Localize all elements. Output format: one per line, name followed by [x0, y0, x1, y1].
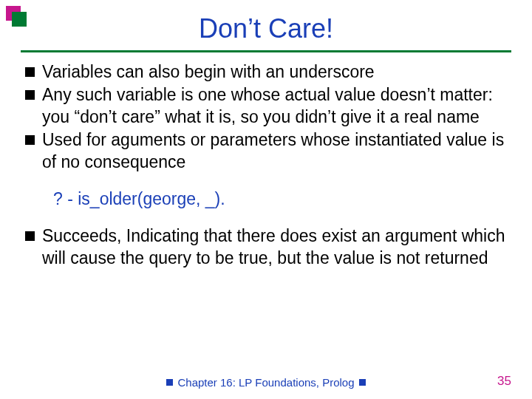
- title-rule: [21, 50, 511, 52]
- square-bullet-icon: [25, 231, 35, 241]
- slide-content: Variables can also begin with an undersc…: [21, 61, 511, 269]
- bullet-text: Any such variable is one whose actual va…: [42, 84, 507, 128]
- footer-text: Chapter 16: LP Foundations, Prolog: [177, 376, 354, 389]
- slide-title: Don’t Care!: [21, 13, 511, 44]
- square-bullet-icon: [25, 135, 35, 145]
- square-bullet-icon: [359, 379, 366, 386]
- square-bullet-icon: [166, 379, 173, 386]
- page-number: 35: [497, 374, 511, 389]
- bullet-item: Succeeds, Indicating that there does exi…: [25, 225, 507, 269]
- bullet-item: Used for aguments or parameters whose in…: [25, 129, 507, 173]
- square-bullet-icon: [25, 90, 35, 100]
- bullet-text: Variables can also begin with an undersc…: [42, 61, 375, 83]
- code-example: ? - is_older(george, _).: [53, 189, 507, 209]
- bullet-item: Any such variable is one whose actual va…: [25, 84, 507, 128]
- square-bullet-icon: [25, 67, 35, 77]
- bullet-item: Variables can also begin with an undersc…: [25, 61, 507, 83]
- slide: Don’t Care! Variables can also begin wit…: [0, 0, 532, 399]
- footer: Chapter 16: LP Foundations, Prolog: [0, 376, 532, 389]
- bullet-text: Succeeds, Indicating that there does exi…: [42, 225, 507, 269]
- corner-accent: [6, 6, 27, 27]
- accent-square-green: [12, 12, 27, 27]
- bullet-text: Used for aguments or parameters whose in…: [42, 129, 507, 173]
